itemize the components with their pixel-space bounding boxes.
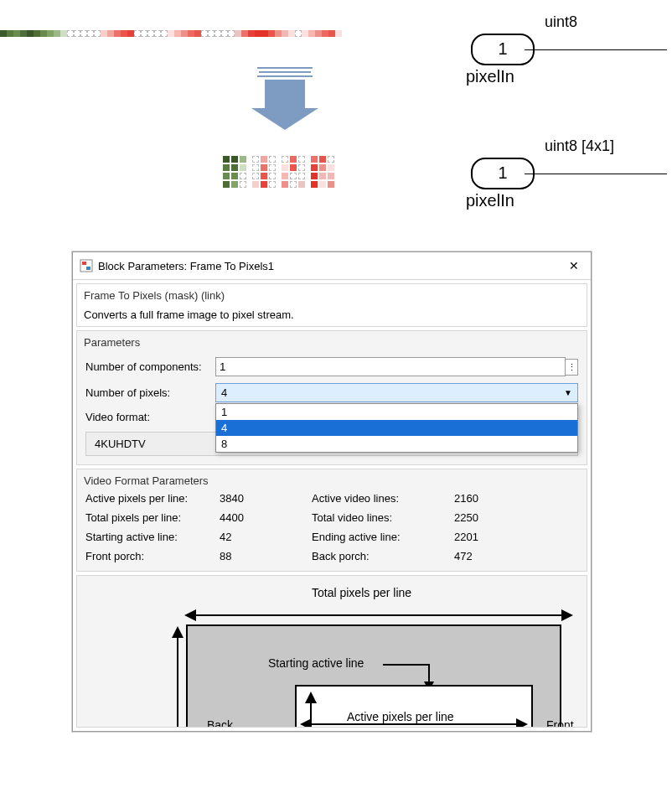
dialog-title: Block Parameters: Frame To Pixels1	[98, 260, 274, 272]
block-parameters-dialog: Block Parameters: Frame To Pixels1 ✕ Fra…	[72, 251, 592, 732]
bp-value: 472	[454, 550, 521, 562]
signal-type-2: uint8 [4x1]	[545, 137, 614, 155]
h-arrow-total	[186, 614, 571, 616]
num-pixels-label: Number of pixels:	[85, 386, 215, 399]
video-format-params-section: Video Format Parameters Active pixels pe…	[76, 469, 587, 572]
num-pixels-select[interactable]: 4 ▼ 1 4 8	[215, 383, 578, 402]
eal-label: Ending active line:	[312, 531, 454, 543]
port-number: 1	[498, 39, 507, 58]
simulink-icon	[80, 259, 93, 272]
close-button[interactable]: ✕	[564, 257, 584, 274]
diag-front-label: Front	[546, 718, 574, 728]
mask-desc-text: Converts a full frame image to pixel str…	[84, 308, 580, 321]
fp-label: Front porch:	[85, 550, 220, 562]
timing-diagram: Total pixels per line Starting active li…	[76, 575, 587, 728]
tvl-value: 2250	[454, 511, 521, 524]
apl-label: Active pixels per line:	[85, 492, 220, 505]
signal-type-1: uint8	[545, 13, 577, 31]
mask-header: Frame To Pixels (mask) (link)	[84, 289, 580, 302]
pixel-strip-1xn	[0, 30, 342, 37]
action-menu-button[interactable]: ⋮	[566, 359, 578, 376]
svg-rect-1	[82, 262, 86, 265]
parameters-title: Parameters	[77, 331, 587, 354]
option-1[interactable]: 1	[216, 404, 577, 420]
titlebar: Block Parameters: Frame To Pixels1 ✕	[73, 252, 591, 280]
port-label-2: pixelIn	[466, 191, 514, 210]
vfp-title: Video Format Parameters	[77, 469, 587, 492]
num-components-label: Number of components:	[85, 360, 215, 373]
tpl-value: 4400	[220, 511, 312, 524]
svg-rect-2	[86, 267, 90, 270]
bp-label: Back porch:	[312, 550, 454, 562]
eal-value: 2201	[454, 531, 521, 543]
num-pixels-dropdown: 1 4 8	[215, 403, 578, 453]
inport-2[interactable]: 1	[471, 158, 535, 189]
apl-value: 3840	[220, 492, 312, 505]
caret-down-icon: ▼	[564, 388, 572, 397]
video-format-label: Video format:	[85, 411, 215, 423]
tvl-label: Total video lines:	[312, 511, 454, 524]
sal-value: 42	[220, 531, 312, 543]
port-number: 1	[498, 163, 507, 182]
diag-start-label: Starting active line	[268, 656, 364, 670]
diag-total-label: Total pixels per line	[312, 586, 411, 599]
avl-value: 2160	[454, 492, 521, 505]
tpl-label: Total pixels per line:	[85, 511, 220, 524]
num-components-input[interactable]	[215, 357, 566, 376]
h-arrow-active	[302, 723, 526, 725]
option-4[interactable]: 4	[216, 420, 577, 436]
inport-1[interactable]: 1	[471, 34, 535, 65]
v-arrow-lines	[177, 628, 178, 728]
sal-label: Starting active line:	[85, 531, 220, 543]
port-label-1: pixelIn	[466, 67, 514, 86]
pixel-strip-4xn	[223, 156, 336, 189]
diag-active-label: Active pixels per line	[347, 710, 454, 723]
fp-value: 88	[220, 550, 312, 562]
option-8[interactable]: 8	[216, 436, 577, 452]
parameters-section: Parameters Number of components: ⋮ Numbe…	[76, 330, 587, 465]
num-pixels-value: 4	[221, 386, 227, 399]
mask-description: Frame To Pixels (mask) (link) Converts a…	[76, 283, 587, 327]
down-arrow-icon	[251, 67, 318, 130]
avl-label: Active video lines:	[312, 492, 454, 505]
diag-back-label: Back	[207, 718, 233, 728]
